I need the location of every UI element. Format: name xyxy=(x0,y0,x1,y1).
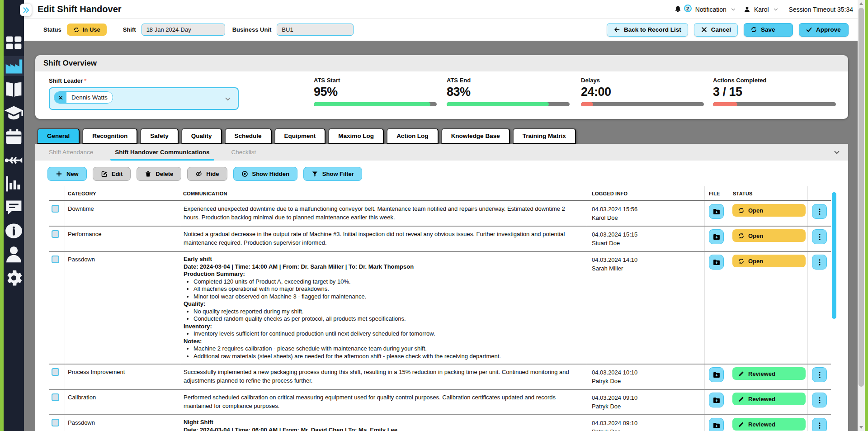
table-row: DowntimeExperienced unexpected downtime … xyxy=(49,201,831,227)
approve-button[interactable]: Approve xyxy=(799,23,849,37)
row-checkbox[interactable] xyxy=(52,256,59,263)
tab-schedule[interactable]: Schedule xyxy=(225,128,272,144)
stat-value: 24:00 xyxy=(581,85,704,99)
sidebar-item-settings[interactable] xyxy=(4,268,24,288)
bell-icon[interactable] xyxy=(674,5,682,13)
row-kebab-menu-button[interactable] xyxy=(812,204,827,219)
tab-knowledge-base[interactable]: Knowledge Base xyxy=(441,128,510,144)
hide-button[interactable]: Hide xyxy=(187,167,227,181)
shift-leader-select[interactable]: Dennis Watts xyxy=(49,87,239,110)
chip-remove-button[interactable] xyxy=(54,92,66,103)
cancel-button[interactable]: Cancel xyxy=(694,23,738,37)
progress-fill xyxy=(581,102,593,106)
sidebar-item-root-cause[interactable] xyxy=(4,150,24,170)
status-badge-open[interactable]: Open xyxy=(732,229,806,242)
chat-icon xyxy=(4,197,24,218)
notification-count-badge: 2 xyxy=(684,5,692,12)
main-tabs: GeneralRecognitionSafetyQualityScheduleE… xyxy=(37,128,576,144)
sidebar-item-info[interactable] xyxy=(4,221,24,241)
user-menu[interactable]: Karol xyxy=(754,6,769,13)
scroll-down-arrow[interactable] xyxy=(859,426,863,429)
subtab-shift-attendance[interactable]: Shift Attendance xyxy=(49,144,93,161)
topbar: Edit Shift Handover 2 Notification Karol… xyxy=(24,0,858,19)
status-badge-open[interactable]: Open xyxy=(732,204,806,217)
row-kebab-menu-button[interactable] xyxy=(812,393,827,407)
page-scrollbar[interactable] xyxy=(858,0,865,431)
notification-menu[interactable]: Notification xyxy=(695,6,726,13)
row-kebab-menu-button[interactable] xyxy=(812,367,827,382)
file-attachment-button[interactable] xyxy=(709,204,724,219)
tab-maximo-log[interactable]: Maximo Log xyxy=(328,128,384,144)
sidebar-item-profile[interactable] xyxy=(4,244,24,264)
button-label: Show Hidden xyxy=(252,171,289,177)
stat-value: 83% xyxy=(447,85,570,99)
status-badge-reviewed[interactable]: Reviewed xyxy=(732,367,806,380)
row-checkbox[interactable] xyxy=(52,230,59,238)
dashboard-icon xyxy=(4,33,24,53)
subtab-shift-handover-communications[interactable]: Shift Handover Communications xyxy=(115,144,209,161)
file-attachment-button[interactable] xyxy=(709,418,724,431)
row-checkbox[interactable] xyxy=(52,419,59,426)
scroll-up-arrow[interactable] xyxy=(859,2,863,5)
logged-by: Patryk Doe xyxy=(592,377,703,385)
tab-equipment[interactable]: Equipment xyxy=(274,128,326,144)
table-scrollbar-thumb[interactable] xyxy=(832,192,836,319)
tab-safety[interactable]: Safety xyxy=(140,128,179,144)
page-body: Shift Overview Shift Leader* Dennis Watt… xyxy=(24,41,858,431)
tab-action-log[interactable]: Action Log xyxy=(387,128,439,144)
file-attachment-button[interactable] xyxy=(709,229,724,244)
show-filter-button[interactable]: Show Filter xyxy=(303,167,362,181)
status-badge-reviewed[interactable]: Reviewed xyxy=(732,393,806,405)
file-attachment-button[interactable] xyxy=(709,367,724,382)
status-badge-open[interactable]: Open xyxy=(732,255,806,267)
subtab-checklist[interactable]: Checklist xyxy=(231,144,256,161)
sidebar-item-schedule[interactable] xyxy=(4,127,24,147)
tab-training-matrix[interactable]: Training Matrix xyxy=(513,128,576,144)
main-area: Edit Shift Handover 2 Notification Karol… xyxy=(24,0,858,431)
tab-recognition[interactable]: Recognition xyxy=(82,128,137,144)
file-attachment-button[interactable] xyxy=(709,393,724,407)
page-scrollbar-thumb[interactable] xyxy=(859,8,864,387)
tab-general[interactable]: General xyxy=(37,128,80,144)
status-badge-reviewed[interactable]: Reviewed xyxy=(732,418,806,431)
tab-quality[interactable]: Quality xyxy=(181,128,222,144)
status-label: Reviewed xyxy=(748,421,775,428)
business-unit-input[interactable] xyxy=(277,24,354,36)
page-title: Edit Shift Handover xyxy=(38,0,122,18)
shift-input[interactable] xyxy=(142,24,225,36)
logged-date: 04.03.2024 15:56 xyxy=(592,205,703,213)
pencil-icon xyxy=(738,370,745,377)
back-to-record-list-button[interactable]: Back to Record List xyxy=(607,23,688,37)
row-checkbox[interactable] xyxy=(52,205,59,213)
row-kebab-menu-button[interactable] xyxy=(812,255,827,270)
stat-delays: Delays24:00 xyxy=(581,77,704,106)
file-attachment-button[interactable] xyxy=(709,255,724,270)
collapse-section-chevron-icon[interactable] xyxy=(833,148,841,156)
edit-button[interactable]: Edit xyxy=(93,167,131,181)
show-hidden-button[interactable]: Show Hidden xyxy=(233,167,297,181)
sidebar-item-knowledge-book[interactable] xyxy=(4,80,24,99)
row-menu-cell xyxy=(808,252,831,364)
chevron-down-icon xyxy=(730,6,736,13)
row-kebab-menu-button[interactable] xyxy=(812,229,827,244)
sidebar-expand-button[interactable] xyxy=(20,4,32,16)
status-label: Open xyxy=(748,258,763,265)
row-checkbox[interactable] xyxy=(52,368,59,376)
sidebar-item-factory[interactable] xyxy=(4,56,24,76)
new-button[interactable]: New xyxy=(47,167,87,181)
row-logged-info: 04.03.2024 09:10Patryk Doe xyxy=(587,415,705,431)
progress-fill xyxy=(314,102,430,106)
row-kebab-menu-button[interactable] xyxy=(812,418,827,431)
funnel-icon xyxy=(311,171,318,177)
delete-button[interactable]: Delete xyxy=(137,167,181,181)
row-category: Calibration xyxy=(65,390,181,414)
sidebar-item-dashboard[interactable] xyxy=(4,33,24,52)
row-checkbox[interactable] xyxy=(52,393,59,401)
sidebar-item-training[interactable] xyxy=(4,103,24,123)
row-category: Process Improvement xyxy=(65,365,181,389)
save-button[interactable]: Save xyxy=(744,23,793,37)
sidebar-item-analytics[interactable] xyxy=(4,174,24,194)
status-badge-label: In Use xyxy=(83,26,100,33)
sidebar-item-messages[interactable] xyxy=(4,197,24,217)
column-select xyxy=(49,186,65,200)
